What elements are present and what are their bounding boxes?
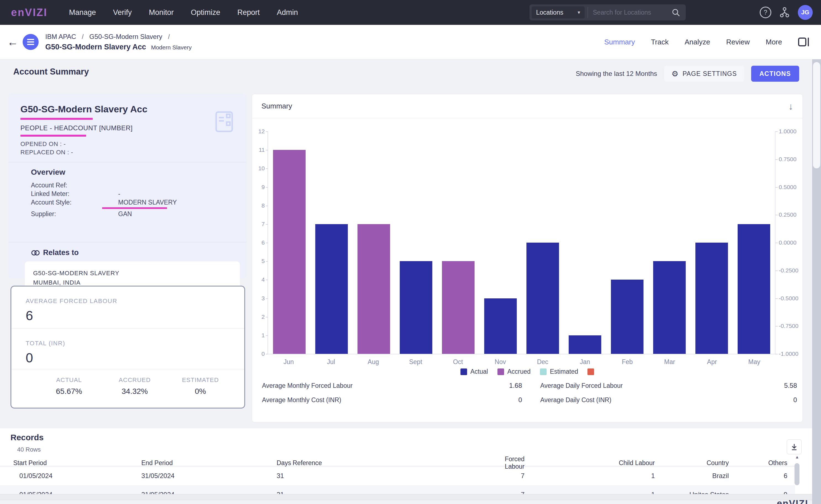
x-axis-label: Jun <box>268 358 310 366</box>
menu-item-report[interactable]: Report <box>237 8 260 17</box>
y-axis-label-right: 1.0000 <box>779 128 812 135</box>
help-icon[interactable]: ? <box>760 7 771 18</box>
x-axis-label: Aug <box>352 358 394 366</box>
divider <box>8 242 247 242</box>
chart-stat-value: 0 <box>518 396 522 404</box>
account-replaced-on: REPLACED ON : - <box>20 148 240 156</box>
table-cell: 1 <box>525 472 655 480</box>
menu-item-verify[interactable]: Verify <box>113 8 132 17</box>
legend-item[interactable] <box>587 368 594 375</box>
actions-button[interactable]: ACTIONS <box>751 66 799 82</box>
tab-track[interactable]: Track <box>651 38 669 46</box>
account-summary-card: G50-SG-Modern Slavery Acc PEOPLE - HEADC… <box>8 94 247 278</box>
page-scrollbar-thumb[interactable] <box>813 62 820 168</box>
breadcrumb-current: G50-SG-Modern Slavery Acc <box>45 43 146 51</box>
legend-swatch <box>460 368 467 375</box>
chart-stat-value: 1.68 <box>509 382 522 389</box>
legend-item[interactable]: Accrued <box>497 368 531 375</box>
chart-stat-value: 0 <box>793 396 797 404</box>
column-header: Reference <box>293 459 493 467</box>
bar-jul <box>315 224 348 354</box>
bar-slot <box>521 131 564 354</box>
column-header: Start Period <box>13 459 141 467</box>
data-quality-percentages: ACTUAL65.67%ACCRUED34.32%ESTIMATED0% <box>11 369 244 396</box>
user-avatar[interactable]: JG <box>798 5 813 20</box>
y-axis-label-right: 0.5000 <box>779 184 812 190</box>
records-download-button[interactable] <box>787 439 802 454</box>
gear-icon: ⚙ <box>671 69 679 78</box>
column-header: Days <box>277 459 293 467</box>
overview-row: Account Ref: <box>31 181 240 190</box>
key-metrics-card: AVERAGE FORCED LABOUR 6 TOTAL (INR) 0 AC… <box>10 286 245 408</box>
table-scrollbar-thumb[interactable] <box>794 463 799 485</box>
y-axis-label-right: -0.7500 <box>779 323 812 329</box>
menu-item-manage[interactable]: Manage <box>69 8 96 17</box>
bar-slot <box>395 131 437 354</box>
menu-item-optimize[interactable]: Optimize <box>191 8 220 17</box>
page-title: Account Summary <box>13 67 89 77</box>
column-header: Others <box>729 459 787 467</box>
page-settings-button[interactable]: ⚙ PAGE SETTINGS <box>664 66 744 82</box>
y-axis-label-left: 5 <box>251 258 265 264</box>
overview-row-label: Linked Meter: <box>31 190 118 198</box>
metric-value: 6 <box>26 308 244 323</box>
quality-pct: ESTIMATED0% <box>168 376 233 396</box>
x-axis-label: Nov <box>479 358 521 366</box>
y-axis-label-left: 0 <box>251 351 265 357</box>
search-scope-dropdown[interactable]: Locations ▾ <box>532 6 585 18</box>
context-menu-button[interactable] <box>23 34 39 50</box>
y-axis-label-left: 10 <box>251 165 265 172</box>
tab-summary[interactable]: Summary <box>604 38 635 46</box>
related-group: G50-SG-MODERN SLAVERY <box>33 269 232 278</box>
bar-slot <box>479 131 521 354</box>
x-axis-label: May <box>733 358 775 366</box>
x-axis-label: Feb <box>606 358 648 366</box>
view-tabs: Summary Track Analyze Review More <box>604 38 809 46</box>
overview-row: Account Style:MODERN SLAVERY <box>31 198 240 207</box>
y-axis-label-left: 12 <box>251 128 265 135</box>
side-panel-toggle-icon[interactable] <box>798 38 809 46</box>
subheader: ← IBM APAC / G50-SG-Modern Slavery / G50… <box>0 25 821 59</box>
breadcrumb-segment-1[interactable]: IBM APAC <box>45 33 76 40</box>
legend-swatch <box>587 368 594 375</box>
main-menu: Manage Verify Monitor Optimize Report Ad… <box>69 8 298 17</box>
bar-slot <box>437 131 479 354</box>
search-icon[interactable] <box>671 8 680 17</box>
y-axis-label-right: 0.0000 <box>779 239 812 246</box>
chart-stat: Average Daily Forced Labour5.58 <box>522 382 797 389</box>
table-cell: 7 <box>493 472 525 480</box>
quality-pct-value: 34.32% <box>102 387 168 396</box>
chart-download-icon[interactable]: ↓ <box>788 102 793 111</box>
page-scrollbar-track[interactable] <box>812 59 821 504</box>
table-header-row: Start PeriodEnd PeriodDaysReferenceForce… <box>0 455 795 466</box>
search-input[interactable] <box>588 9 671 16</box>
menu-item-monitor[interactable]: Monitor <box>149 8 174 17</box>
bar-aug <box>357 224 390 354</box>
legend-item[interactable]: Estimated <box>540 368 578 375</box>
tab-analyze[interactable]: Analyze <box>685 38 710 46</box>
horizontal-scrollbar-track[interactable] <box>0 494 812 500</box>
chart-stat-value: 5.58 <box>784 382 797 389</box>
breadcrumb-current-type: Modern Slavery <box>151 44 192 51</box>
tab-more[interactable]: More <box>766 38 782 46</box>
navbar-right: Locations ▾ ? JG <box>529 4 813 20</box>
x-axis-label: Jul <box>310 358 352 366</box>
column-header: Forced Labour <box>493 455 525 470</box>
legend-item[interactable]: Actual <box>460 368 488 375</box>
menu-item-admin[interactable]: Admin <box>277 8 298 17</box>
bar-nov <box>484 298 517 354</box>
chevron-down-icon: ▾ <box>578 9 580 15</box>
breadcrumb-segment-2[interactable]: G50-SG-Modern Slavery <box>89 33 162 40</box>
tab-review[interactable]: Review <box>726 38 750 46</box>
hierarchy-icon[interactable] <box>779 7 790 18</box>
table-row[interactable]: 01/05/202431/05/20243171Brazil6 <box>0 466 795 485</box>
y-axis-label-left: 1 <box>251 332 265 339</box>
bars <box>268 131 775 354</box>
bar-jan <box>569 335 601 354</box>
table-scroll-up-icon[interactable]: ▲ <box>795 455 799 459</box>
back-arrow-icon[interactable]: ← <box>7 36 18 47</box>
metric-label: AVERAGE FORCED LABOUR <box>26 298 244 305</box>
x-axis-label: Apr <box>691 358 733 366</box>
overview-row-value: GAN <box>118 210 132 218</box>
table-cell: 01/05/2024 <box>13 472 141 480</box>
